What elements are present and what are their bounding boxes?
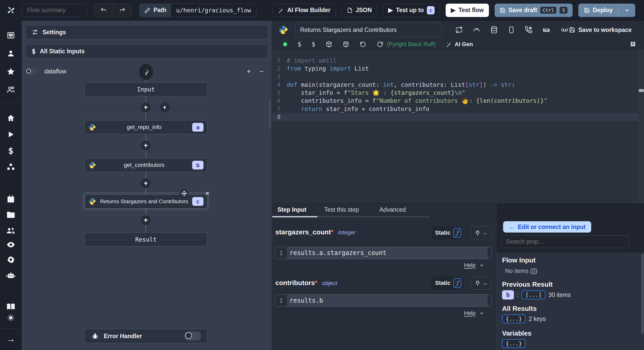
json-button[interactable]: JSON xyxy=(342,4,377,17)
add-step-button[interactable]: + xyxy=(141,215,151,225)
add-step-button[interactable]: + xyxy=(141,103,151,112)
required-asterisk: * xyxy=(331,228,333,236)
path-chip[interactable]: Path u/henri/gracious_flow xyxy=(139,4,257,17)
sidebar-item-home[interactable] xyxy=(0,113,22,124)
object-badge[interactable]: {...} xyxy=(502,339,526,348)
code-line[interactable]: 6 contributors_info = f"Number of contri… xyxy=(272,97,638,105)
code-line[interactable]: 8 xyxy=(272,113,638,121)
test-flow-button[interactable]: ▶ Test flow xyxy=(446,4,489,17)
minus-glyph: − xyxy=(260,67,264,75)
help-link[interactable]: Help xyxy=(464,310,484,317)
static-toggle[interactable]: Static ƒ xyxy=(431,226,463,239)
sidebar-item-audit[interactable] xyxy=(0,239,22,250)
tab-test-this-step[interactable]: Test this step xyxy=(324,206,359,213)
ai-flow-builder-button[interactable]: AI Flow Builder xyxy=(273,4,336,17)
sidebar-expand-button[interactable]: → xyxy=(0,333,22,345)
line-number: 6 xyxy=(272,98,287,104)
code-line[interactable]: 7 return star_info + contributors_info xyxy=(272,105,638,113)
ai-gen-button[interactable]: AI Gen xyxy=(446,41,473,48)
package-icon[interactable] xyxy=(343,41,349,48)
redo-button[interactable] xyxy=(113,4,131,17)
expr-input[interactable]: 1 results.b xyxy=(275,294,492,307)
tab-step-input[interactable]: Step Input xyxy=(277,206,306,213)
phone-incoming-icon[interactable] xyxy=(525,26,532,34)
object-badge[interactable]: {...} xyxy=(502,314,526,323)
sidebar-item-theme[interactable] xyxy=(0,312,22,323)
smartphone-icon[interactable] xyxy=(508,26,515,34)
undo-button[interactable] xyxy=(94,4,113,17)
sidebar-item-members[interactable] xyxy=(0,84,22,95)
save-icon xyxy=(569,27,575,33)
sidebar-item-runs[interactable] xyxy=(0,129,22,140)
deploy-button[interactable]: Deploy xyxy=(578,4,618,17)
result-key-badge[interactable]: b xyxy=(502,290,514,300)
test-up-to-button[interactable]: ▶ Test up to c xyxy=(383,4,440,17)
delete-node-button[interactable]: × xyxy=(203,189,212,198)
move-node-handle[interactable] xyxy=(180,189,189,198)
editor-minimap[interactable] xyxy=(638,49,644,204)
search-prop-input[interactable] xyxy=(501,235,629,248)
ai-wand-button[interactable] xyxy=(139,64,153,80)
error-handler-toggle[interactable] xyxy=(184,332,201,340)
save-draft-button[interactable]: Save draft Ctrl S xyxy=(495,4,573,17)
flow-panel-scrollbar[interactable] xyxy=(269,100,270,129)
error-handler-node[interactable]: Error Handler xyxy=(84,329,207,343)
bed-icon[interactable] xyxy=(542,26,550,34)
static-toggle[interactable]: Static ƒ xyxy=(431,277,463,289)
connect-panel-scrollbar[interactable] xyxy=(641,254,643,334)
format-group[interactable]: (Pyright Black Ruff) xyxy=(377,41,436,48)
flow-node-returns-stargazers[interactable]: Returns Stargazers and Contributors c xyxy=(84,194,207,209)
expr-input[interactable]: 1 results.a.stargazers_count xyxy=(275,247,492,259)
play-icon xyxy=(7,130,15,139)
sidebar-item-folders[interactable] xyxy=(0,209,22,220)
windmill-logo[interactable] xyxy=(0,6,22,15)
rotate-ccw-icon[interactable] xyxy=(360,41,366,48)
zoom-in-button[interactable]: + xyxy=(244,66,254,76)
flow-node-result[interactable]: Result xyxy=(84,233,207,246)
edit-or-connect-button[interactable]: ← Edit or connect an input xyxy=(503,221,591,233)
sidebar-item-schedules[interactable] xyxy=(0,193,22,204)
sidebar-item-settings[interactable] xyxy=(0,254,22,265)
add-step-button[interactable]: + xyxy=(141,178,151,188)
tab-advanced[interactable]: Advanced xyxy=(379,206,406,213)
sidebar-item-workers[interactable] xyxy=(0,270,22,281)
flow-settings-button[interactable]: Settings xyxy=(26,25,268,39)
code-editor[interactable]: 1# import wmill2from typing import List3… xyxy=(272,49,644,203)
flow-node-get-repo-info[interactable]: get_repo_info a xyxy=(84,120,207,134)
save-to-workspace-button[interactable]: Save to workspace xyxy=(569,27,632,33)
repeat-icon[interactable] xyxy=(455,26,463,34)
step-title-input[interactable] xyxy=(295,23,442,37)
code-line[interactable]: 2from typing import List xyxy=(272,64,638,72)
code-line[interactable]: 4def main(stargazers_count: int, contrib… xyxy=(272,81,638,89)
flow-node-input[interactable]: Input xyxy=(84,82,207,96)
trigger-button[interactable] xyxy=(160,103,170,112)
help-link[interactable]: Help xyxy=(464,262,484,269)
sidebar-item-resources[interactable] xyxy=(0,161,22,173)
sidebar-item-groups[interactable] xyxy=(0,225,22,236)
database-icon[interactable] xyxy=(490,26,498,34)
flow-node-get-contributors[interactable]: get_contributors b xyxy=(84,158,207,172)
code-line[interactable]: 5 star_info = f"Stars 🌟 : {stargazers_co… xyxy=(272,89,638,97)
connect-input-button[interactable]: → xyxy=(471,226,492,239)
sidebar-item-profile[interactable] xyxy=(0,48,22,59)
dataflow-toggle[interactable] xyxy=(26,68,38,75)
code-line[interactable]: 3 xyxy=(272,73,638,81)
all-static-inputs-button[interactable]: $ All Static Inputs xyxy=(26,44,268,58)
code-line[interactable]: 1# import wmill xyxy=(272,56,638,64)
array-badge[interactable]: [...] xyxy=(522,291,545,299)
sidebar-item-docs[interactable] xyxy=(0,301,22,312)
deploy-dropdown-button[interactable] xyxy=(618,4,635,17)
dollar-icon[interactable]: $ xyxy=(311,41,315,48)
voicemail-icon[interactable] xyxy=(560,26,569,34)
connect-input-button[interactable]: → xyxy=(471,277,492,289)
gauge-icon[interactable] xyxy=(473,26,480,34)
sidebar-item-favorites[interactable] xyxy=(0,66,22,77)
package-icon[interactable] xyxy=(326,41,332,48)
sidebar-item-apps[interactable] xyxy=(0,30,22,41)
flow-summary-input[interactable] xyxy=(22,4,87,17)
zoom-out-button[interactable]: − xyxy=(257,66,267,76)
add-step-button[interactable]: + xyxy=(141,141,151,150)
sidebar-item-variables[interactable]: $ xyxy=(0,145,22,156)
dollar-icon[interactable]: $ xyxy=(298,41,301,48)
library-icon[interactable] xyxy=(630,41,636,48)
